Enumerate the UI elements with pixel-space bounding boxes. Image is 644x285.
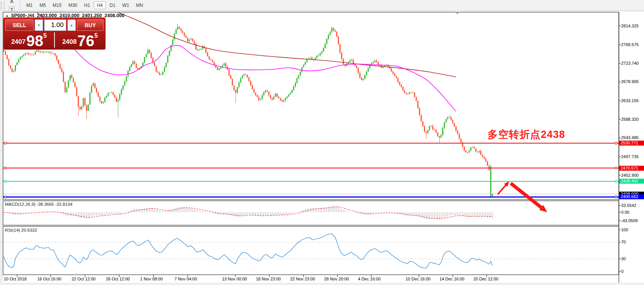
time-tick-label: 16 Oct 16:00 [37,277,61,281]
price-badge-2400.662: 2400.662 [619,194,644,199]
one-click-panel-toggle-icon[interactable]: ▲ [5,14,9,18]
macd-tick-label: 33.5542 [621,203,636,208]
mt4-window: FAT❖▾ M1M5M15M30H1H4D1W1MN ▲ SP500-,H4 2… [0,0,644,285]
price-badge-2530.771: 2530.771 [619,141,644,146]
macd-signal-value: -32.8134 [55,202,72,207]
time-tick-label: 7 Nov 04:00 [174,277,197,281]
price-tick-label: 2633.155 [621,98,639,103]
buy-price-fraction: 5 [94,32,98,39]
rsi-tick-label: 100 [621,227,628,232]
volume-increase-button[interactable]: ▲ [67,19,76,31]
time-tick-label: 4 Dec 16:00 [358,277,380,281]
time-tick-label: 22 Nov 23:00 [290,277,315,281]
price-tick-label: 2588.320 [621,117,639,122]
macd-label: MACD(12,26,9) -38.3665 -32.8134 [5,202,72,207]
trade-panel-controls: SELL ▼ ▲ BUY [5,19,104,31]
macd-tick-label: -43.0509 [621,218,638,223]
time-tick-label: 10 Dec 16:00 [406,277,430,281]
time-tick-label: 28 Nov 20:00 [324,277,349,281]
ohlc-high: 2410.000 [59,13,79,18]
rsi-value: 20.6332 [21,228,37,232]
time-tick-label: 20 Dec 12:00 [473,277,498,281]
sell-price-pips: 98 [26,34,43,47]
macd-main-value: -38.3665 [37,202,54,207]
sell-button[interactable]: SELL [5,19,34,31]
ohlc-open: 2403.000 [37,13,57,18]
chart-title: ▲ SP500-,H4 2403.000 2410.000 2401.250 2… [5,13,125,18]
time-tick-label: 13 Nov 00:00 [222,277,247,281]
price-tick-label: 2814.325 [621,24,639,28]
one-click-trade-panel: SELL ▼ ▲ BUY 2407 98 5 2408 76 5 [4,18,105,49]
volume-decrease-button[interactable]: ▼ [35,19,43,31]
time-tick-label: 26 Oct 12:00 [106,277,130,281]
price-tick-label: 2723.740 [621,61,639,66]
rsi-tick-label: 0 [621,269,623,274]
annotation-text[interactable]: 多空转折点2438 [487,128,565,141]
price-tick-label: 2678.905 [621,79,639,84]
time-tick-label: 10 Oct 2018 [4,277,27,281]
sell-price[interactable]: 2407 98 5 [4,32,54,48]
time-tick-label: 1 Nov 08:00 [140,277,163,281]
ohlc-low: 2401.250 [82,13,102,18]
sell-price-integer: 2407 [11,38,26,46]
sell-price-fraction: 5 [43,32,47,39]
rsi-label: RSI(14) 20.6332 [5,228,37,232]
macd-tick-label: 0.00 [621,210,629,215]
buy-price-pips: 76 [77,34,94,47]
price-tick-label: 2497.735 [621,154,639,159]
price-tick-label: 2543.485 [621,135,639,140]
buy-button[interactable]: BUY [77,19,104,31]
rsi-tick-label: 70 [621,240,626,244]
volume-input[interactable] [44,19,66,31]
price-badge-2438.491: 2438.491 [619,179,644,184]
price-tick-label: 2452.900 [621,173,639,178]
trade-panel-prices: 2407 98 5 2408 76 5 [4,32,105,48]
symbol-timeframe-label: SP500-,H4 [11,13,34,18]
buy-price-integer: 2408 [62,38,77,46]
time-tick-label: 18 Nov 23:00 [256,277,281,281]
time-tick-label: 14 Dec 16:00 [439,277,464,281]
price-tick-label: 2768.575 [621,42,639,47]
time-tick-label: 22 Oct 12:00 [72,277,96,281]
price-badge-2470.671: 2470.671 [619,166,644,171]
rsi-tick-label: 30 [621,256,626,261]
ohlc-close: 2408.000 [105,13,125,18]
buy-price[interactable]: 2408 76 5 [55,32,105,48]
